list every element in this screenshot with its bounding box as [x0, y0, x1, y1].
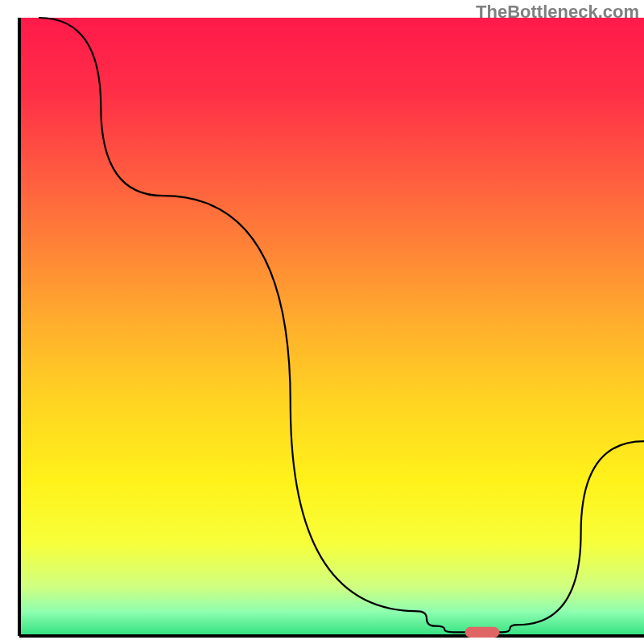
bottleneck-chart — [0, 0, 644, 644]
heat-gradient-background — [19, 18, 644, 636]
watermark-text: TheBottleneck.com — [476, 2, 639, 23]
optimal-marker — [465, 627, 500, 638]
chart-container: TheBottleneck.com — [0, 0, 644, 644]
